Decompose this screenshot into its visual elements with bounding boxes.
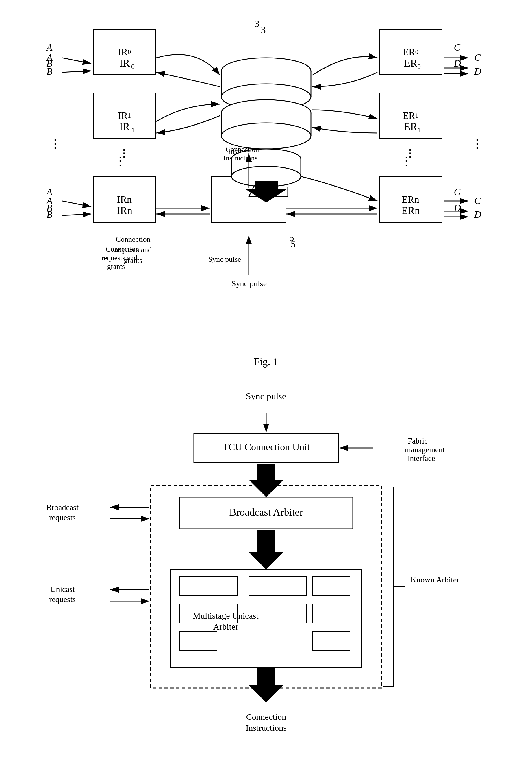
fig2-sync-pulse-label: Sync pulse xyxy=(18,391,515,402)
svg-text:requests: requests xyxy=(49,595,76,604)
er1-box: ER1 xyxy=(379,92,442,139)
svg-text:Broadcast Arbiter: Broadcast Arbiter xyxy=(229,506,303,518)
svg-point-9 xyxy=(221,84,311,110)
svg-text:requests: requests xyxy=(49,513,76,522)
svg-line-20 xyxy=(62,58,91,64)
svg-text:C: C xyxy=(474,52,481,63)
irn-label: IRn xyxy=(117,194,132,205)
central-box xyxy=(211,176,286,223)
svg-rect-6 xyxy=(221,71,311,97)
input-a2: A xyxy=(47,186,53,197)
svg-rect-86 xyxy=(312,632,350,650)
svg-text:interface: interface xyxy=(408,454,435,463)
svg-text:Known Arbiter: Known Arbiter xyxy=(411,575,459,584)
svg-rect-11 xyxy=(221,113,311,136)
svg-rect-83 xyxy=(249,604,307,623)
fig1-caption: Fig. 1 xyxy=(17,356,515,368)
conn-req-text: Connectionrequests andgrants xyxy=(104,234,162,266)
fig1-number3: 3 xyxy=(255,17,259,30)
svg-rect-85 xyxy=(179,632,217,650)
right-dots-er: ⋮ xyxy=(405,147,415,160)
input-b2: B xyxy=(47,202,53,213)
svg-marker-91 xyxy=(249,530,283,569)
irn-box: IRn xyxy=(93,176,156,223)
output-d1: D xyxy=(454,58,461,69)
svg-text:Unicast: Unicast xyxy=(50,585,75,594)
ir0-box: IR0 xyxy=(93,29,156,75)
svg-text:⋮: ⋮ xyxy=(49,137,61,150)
svg-marker-90 xyxy=(249,464,283,497)
output-c2: C xyxy=(454,186,461,197)
ern-label: ERn xyxy=(402,194,419,205)
svg-point-10 xyxy=(221,100,311,126)
input-b1: B xyxy=(47,58,53,69)
sync-text: Sync pulse xyxy=(208,254,241,264)
left-dots-ir: ⋮ xyxy=(119,147,129,160)
svg-rect-81 xyxy=(312,577,350,595)
conn-instr-text: ConnectionInstructions xyxy=(223,136,269,157)
output-d2: D xyxy=(454,202,461,213)
svg-text:Fabric: Fabric xyxy=(408,437,428,445)
svg-rect-16 xyxy=(231,159,301,176)
svg-rect-84 xyxy=(312,604,350,623)
figure1-diagram: 3 IR0 IR1 IRn ER0 ER1 ERn A B A B C D C … xyxy=(18,12,515,353)
svg-text:TCU Connection Unit: TCU Connection Unit xyxy=(222,442,310,452)
output-c1: C xyxy=(454,42,461,53)
figure2-area: Sync pulse xyxy=(18,391,515,775)
svg-line-21 xyxy=(62,71,91,72)
svg-text:3: 3 xyxy=(261,25,266,35)
svg-point-5 xyxy=(221,58,311,84)
svg-text:Connection: Connection xyxy=(246,712,286,722)
svg-rect-78 xyxy=(171,569,362,668)
svg-text:Arbiter: Arbiter xyxy=(213,622,238,631)
ern-box: ERn xyxy=(379,176,442,223)
svg-line-23 xyxy=(62,214,91,215)
fig1-number5: 5 xyxy=(289,231,294,244)
svg-text:Sync pulse: Sync pulse xyxy=(231,279,267,288)
svg-rect-80 xyxy=(249,577,307,595)
ir1-box: IR1 xyxy=(93,92,156,139)
fig2-svg: TCU Connection Unit Broadcast Arbiter xyxy=(18,405,515,769)
svg-text:D: D xyxy=(474,66,481,77)
svg-text:Broadcast: Broadcast xyxy=(46,503,79,512)
svg-rect-73 xyxy=(194,434,338,463)
svg-text:⋮: ⋮ xyxy=(471,137,483,150)
svg-text:Multistage Unicast: Multistage Unicast xyxy=(193,611,259,620)
svg-text:C: C xyxy=(474,195,481,206)
svg-rect-79 xyxy=(179,577,237,595)
figure2-diagram: TCU Connection Unit Broadcast Arbiter xyxy=(18,405,515,769)
svg-rect-76 xyxy=(179,497,353,529)
er0-box: ER0 xyxy=(379,29,442,75)
svg-rect-75 xyxy=(151,486,382,688)
svg-text:Instructions: Instructions xyxy=(246,723,287,733)
svg-text:D: D xyxy=(474,209,481,220)
svg-marker-92 xyxy=(249,668,283,702)
svg-rect-82 xyxy=(179,604,237,623)
input-a1: A xyxy=(47,42,53,53)
svg-line-22 xyxy=(62,201,91,207)
page: 3 IR0 IR1 IRn ER0 ER1 ERn A B A B C D C … xyxy=(0,0,532,775)
svg-text:management: management xyxy=(405,445,445,454)
